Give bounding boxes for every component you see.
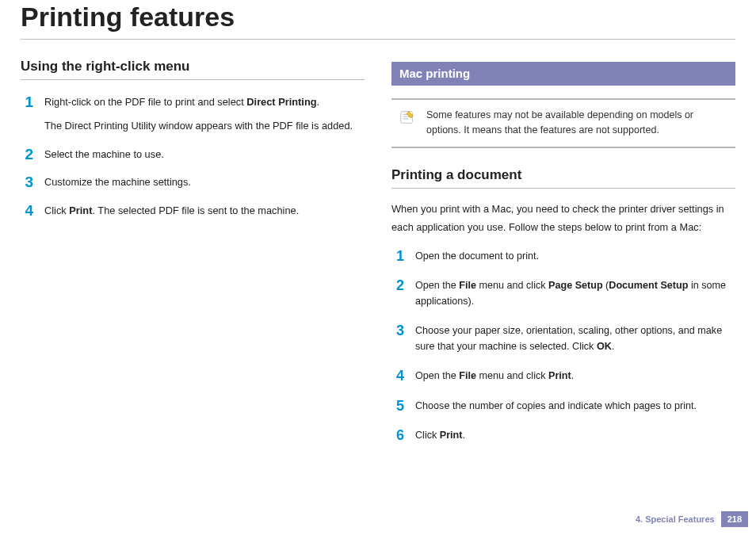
note-box: Some features may not be available depen… xyxy=(391,98,735,148)
left-heading: Using the right-click menu xyxy=(21,59,365,80)
step-number: 3 xyxy=(21,174,33,189)
bold-text: File xyxy=(459,280,476,291)
step-number: 5 xyxy=(391,399,404,413)
text: The Direct Printing Utility window appea… xyxy=(44,118,353,134)
step-number: 2 xyxy=(391,278,404,292)
step-3: 3 Choose your paper size, orientation, s… xyxy=(391,323,735,354)
text: Customize the machine settings. xyxy=(44,174,191,190)
step-body: Customize the machine settings. xyxy=(44,174,191,190)
note-text: Some features may not be available depen… xyxy=(426,108,729,139)
step-number: 2 xyxy=(21,147,33,162)
section-band: Mac printing xyxy=(391,62,735,86)
right-heading: Printing a document xyxy=(391,167,735,189)
footer-page-number: 218 xyxy=(721,511,748,527)
text: Right-click on the PDF file to print and… xyxy=(44,96,246,108)
text: . xyxy=(571,370,575,381)
step-4: 4 Open the File menu and click Print. xyxy=(391,369,735,384)
text: Open the xyxy=(415,370,459,381)
text: . The selected PDF file is sent to the m… xyxy=(92,204,299,216)
text: Choose your paper size, orientation, sca… xyxy=(415,325,722,352)
step-3: 3 Customize the machine settings. xyxy=(21,174,365,190)
bold-text: Page Setup xyxy=(548,280,603,291)
step-4: 4 Click Print. The selected PDF file is … xyxy=(21,203,365,219)
bold-text: Print xyxy=(440,430,463,441)
text: Click xyxy=(44,204,69,216)
step-1: 1 Open the document to print. xyxy=(391,249,735,265)
step-body: Choose the number of copies and indicate… xyxy=(415,399,697,415)
right-column: Mac printing Some features may not be av… xyxy=(391,59,735,458)
step-number: 4 xyxy=(21,203,33,218)
left-column: Using the right-click menu 1 Right-click… xyxy=(21,59,365,458)
footer-chapter: 4. Special Features xyxy=(636,514,715,524)
bold-text: Print xyxy=(548,370,571,381)
step-number: 1 xyxy=(21,94,33,109)
step-2: 2 Select the machine to use. xyxy=(21,147,365,162)
text: menu and click xyxy=(476,370,548,381)
text: Open the xyxy=(415,280,459,291)
right-steps: 1 Open the document to print. 2 Open the… xyxy=(391,249,735,444)
bold-text: OK xyxy=(597,341,612,352)
document-page: Printing features Using the right-click … xyxy=(0,0,756,535)
step-number: 3 xyxy=(391,323,404,338)
step-6: 6 Click Print. xyxy=(391,428,735,444)
text: menu and click xyxy=(476,280,548,291)
text: Click xyxy=(415,430,440,441)
step-body: Open the document to print. xyxy=(415,249,539,265)
step-body: Open the File menu and click Page Setup … xyxy=(415,278,735,309)
content-columns: Using the right-click menu 1 Right-click… xyxy=(21,59,735,458)
text: . xyxy=(317,96,320,108)
page-title-row: Printing features xyxy=(21,0,735,40)
step-body: Choose your paper size, orientation, sca… xyxy=(415,323,735,354)
step-5: 5 Choose the number of copies and indica… xyxy=(391,399,735,415)
step-1: 1 Right-click on the PDF file to print a… xyxy=(21,94,365,134)
text: . xyxy=(462,430,465,441)
step-body: Click Print. The selected PDF file is se… xyxy=(44,203,299,219)
left-steps: 1 Right-click on the PDF file to print a… xyxy=(21,94,365,219)
text: . xyxy=(612,341,615,352)
step-number: 6 xyxy=(391,428,404,442)
intro-text: When you print with a Mac, you need to c… xyxy=(391,200,735,236)
step-body: Right-click on the PDF file to print and… xyxy=(44,94,353,134)
step-body: Open the File menu and click Print. xyxy=(415,369,574,384)
step-body: Click Print. xyxy=(415,428,465,444)
bold-text: Print xyxy=(69,204,92,216)
page-title: Printing features xyxy=(21,2,735,32)
text: Choose the number of copies and indicate… xyxy=(415,399,697,415)
bold-text: File xyxy=(459,370,476,381)
step-2: 2 Open the File menu and click Page Setu… xyxy=(391,278,735,309)
note-icon xyxy=(398,108,417,127)
step-body: Select the machine to use. xyxy=(44,147,164,162)
bold-text: Direct Printing xyxy=(246,96,316,108)
text: Open the document to print. xyxy=(415,249,539,265)
step-number: 1 xyxy=(391,249,404,263)
text: Select the machine to use. xyxy=(44,147,164,162)
page-footer: 4. Special Features 218 xyxy=(636,511,748,527)
step-number: 4 xyxy=(391,369,404,383)
bold-text: Document Setup xyxy=(609,280,688,291)
